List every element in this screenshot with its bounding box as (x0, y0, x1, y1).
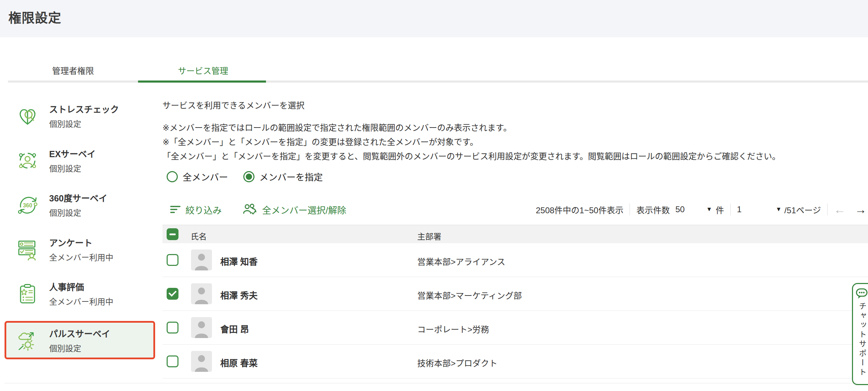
page-title: 権限設定 (8, 8, 61, 26)
person-silhouette-icon (191, 351, 212, 372)
sidebar-item-status: 全メンバー利用中 (49, 295, 113, 307)
hr-evaluation-icon (16, 283, 39, 305)
member-name: 相澤 知香 (220, 255, 258, 267)
sidebar-item-status: 個別設定 (49, 162, 96, 174)
table-header-row: 氏名 主部署 (162, 225, 868, 243)
result-range-text: 2508件中の1~50件表示 (536, 204, 623, 216)
per-page-label: 表示件数 (636, 204, 670, 216)
table-row: 相原 春菜 技術本部>プロダクト (162, 345, 868, 378)
sidebar-item-title: パルスサーベイ (49, 327, 110, 339)
radio-specify-members[interactable]: メンバーを指定 (243, 170, 323, 183)
pagination-bar: 2508件中の1~50件表示 表示件数 50 ▼ 件 1 ▼ /51ページ ← … (536, 201, 867, 218)
per-page-unit: 件 (716, 204, 724, 216)
chat-bubble-icon (856, 288, 868, 299)
table-row: 相澤 秀夫 営業本部>マーケティング部 (162, 277, 868, 311)
member-department: 営業本部>マーケティング部 (417, 289, 522, 301)
page-select[interactable]: 1 ▼ (737, 205, 782, 214)
row-checkbox[interactable] (167, 355, 178, 367)
next-page-arrow-icon[interactable]: → (855, 204, 867, 215)
360-survey-icon: 360 (16, 194, 39, 216)
people-check-icon (243, 204, 257, 215)
sidebar-item-ex-survey[interactable]: EXサーベイ 個別設定 (16, 147, 96, 174)
member-table: 氏名 主部署 相澤 知香 営業本部>アライアンス 相澤 秀夫 営業本部>マーケテ… (162, 225, 868, 378)
radio-label: 全メンバー (183, 170, 228, 183)
column-header-department: 主部署 (417, 230, 441, 242)
list-toolbar: 絞り込み 全メンバー選択/解除 (170, 201, 346, 217)
sidebar-item-title: ストレスチェック (49, 102, 119, 115)
chat-support-label: チャットサポート (856, 302, 867, 377)
total-pages-text: /51ページ (784, 204, 821, 216)
svg-text:360: 360 (23, 202, 32, 208)
sidebar-item-360-survey[interactable]: 360 360度サーベイ 個別設定 (16, 191, 107, 218)
avatar (191, 351, 212, 372)
sidebar-item-status: 個別設定 (49, 117, 119, 129)
person-silhouette-icon (191, 283, 212, 304)
ex-survey-icon (16, 150, 39, 172)
chevron-down-icon: ▼ (706, 206, 712, 213)
tab-active-underline (138, 80, 266, 83)
radio-all-members[interactable]: 全メンバー (167, 170, 228, 183)
row-checkbox[interactable] (167, 322, 178, 334)
avatar (191, 250, 212, 270)
sidebar-item-status: 個別設定 (49, 206, 107, 218)
select-all-label: 全メンバー選択/解除 (262, 203, 346, 216)
member-department: コーポレート>労務 (417, 323, 489, 335)
note-line: ※メンバーを指定ではロールの範囲設定で指定された権限範囲のメンバーのみ表示されま… (162, 121, 781, 135)
sidebar-item-enquete[interactable]: アンケート 全メンバー利用中 (16, 236, 113, 263)
tab-underline-track (8, 80, 868, 83)
chat-support-button[interactable]: チャットサポート (852, 283, 868, 385)
select-all-checkbox[interactable] (167, 228, 178, 240)
service-notes: ※メンバーを指定ではロールの範囲設定で指定された権限範囲のメンバーのみ表示されま… (162, 121, 781, 163)
radio-label: メンバーを指定 (259, 170, 323, 183)
tab-admin-permission[interactable]: 管理者権限 (8, 62, 138, 80)
avatar (191, 283, 212, 304)
tab-bar: 管理者権限 サービス管理 (8, 62, 268, 80)
select-all-members-button[interactable]: 全メンバー選択/解除 (243, 203, 346, 216)
member-department: 営業本部>アライアンス (417, 255, 505, 267)
sidebar-item-title: アンケート (49, 236, 113, 248)
note-line: ※「全メンバー」と「メンバーを指定」の変更は登録された全メンバーが対象です。 (162, 135, 781, 149)
filter-icon (170, 205, 181, 214)
page-header: 権限設定 (0, 0, 868, 37)
sidebar-item-stress-check[interactable]: ストレスチェック 個別設定 (16, 102, 119, 129)
enquete-icon (16, 238, 39, 261)
heart-search-icon (16, 105, 39, 127)
sidebar-item-status: 全メンバー利用中 (49, 251, 113, 263)
row-checkbox[interactable] (167, 254, 178, 266)
person-silhouette-icon (191, 317, 212, 338)
permission-settings-page: 権限設定 管理者権限 サービス管理 ストレスチェック 個別設定 (0, 0, 868, 391)
member-department: 技術本部>プロダクト (417, 356, 497, 369)
per-page-select[interactable]: 50 ▼ (675, 205, 712, 214)
current-page-value: 1 (737, 205, 741, 214)
filter-label: 絞り込み (185, 203, 222, 216)
column-header-name: 氏名 (191, 230, 207, 242)
divider (730, 204, 731, 215)
member-name: 相澤 秀夫 (220, 289, 258, 301)
tab-service-management[interactable]: サービス管理 (138, 62, 268, 80)
radio-circle-selected-icon[interactable] (243, 171, 254, 182)
radio-circle-icon[interactable] (167, 171, 178, 182)
section-bottom-border (5, 383, 868, 383)
row-checkbox-checked[interactable] (167, 288, 178, 300)
sidebar-item-title: 360度サーベイ (49, 191, 107, 204)
sidebar-item-title: 人事評価 (49, 280, 113, 293)
note-line: 「全メンバー」と「メンバーを指定」を変更すると、閲覧範囲外のメンバーのサービス利… (162, 149, 781, 163)
sidebar-item-hr-evaluation[interactable]: 人事評価 全メンバー利用中 (16, 280, 113, 307)
avatar (191, 317, 212, 338)
sidebar-item-status: 個別設定 (49, 342, 110, 354)
divider (827, 204, 828, 215)
prev-page-arrow-icon[interactable]: ← (834, 204, 846, 215)
person-silhouette-icon (191, 250, 212, 270)
member-name: 會田 昂 (220, 322, 249, 335)
table-row: 相澤 知香 営業本部>アライアンス (162, 243, 868, 277)
table-row: 會田 昂 コーポレート>労務 (162, 311, 868, 345)
member-scope-radio-group: 全メンバー メンバーを指定 (167, 170, 323, 183)
member-name: 相原 春菜 (220, 356, 258, 369)
per-page-value: 50 (675, 205, 685, 214)
sidebar-item-pulse-survey-selected[interactable]: パルスサーベイ 個別設定 (5, 321, 155, 359)
filter-button[interactable]: 絞り込み (170, 203, 222, 216)
chevron-down-icon: ▼ (776, 206, 782, 213)
divider (630, 204, 630, 215)
pulse-survey-icon (16, 329, 39, 351)
service-description: サービスを利用できるメンバーを選択 (162, 99, 305, 111)
